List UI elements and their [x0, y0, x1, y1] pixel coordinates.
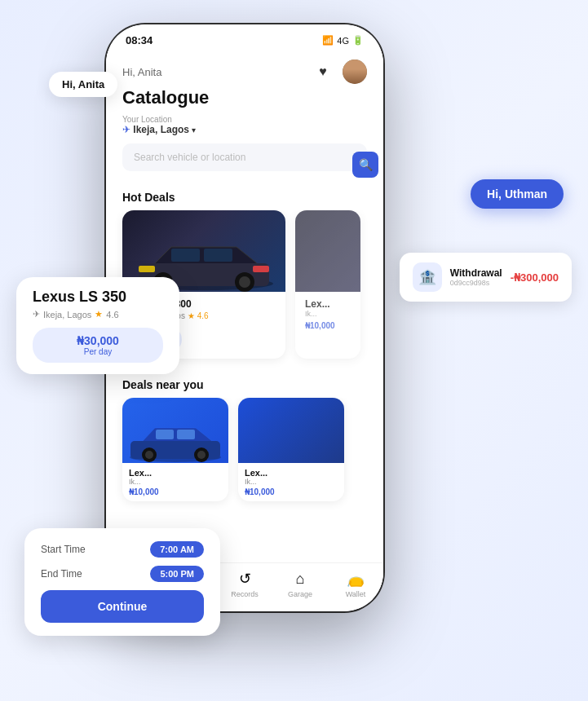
withdrawal-title: Withdrawal — [450, 267, 502, 279]
near-price-2: ₦10,000 — [245, 487, 338, 496]
near-card-img-2 — [238, 398, 344, 463]
status-time: 08:34 — [126, 34, 153, 46]
deal-stars-1: ★ 4.6 — [188, 311, 209, 320]
booking-end-time[interactable]: 5:00 PM — [150, 566, 204, 582]
svg-point-15 — [145, 451, 153, 459]
garage-label: Garage — [288, 590, 312, 598]
near-car-name-2: Lex... — [245, 468, 338, 478]
booking-end-label: End Time — [41, 568, 82, 580]
deal-card-body-2: Lex... Ik... ₦10,000 — [295, 292, 360, 337]
withdrawal-amount: -₦300,000 — [511, 271, 559, 284]
float-withdrawal-card: 🏦 Withdrawal 0d9cc9d98s -₦300,000 — [400, 253, 572, 302]
float-hi-anita-card: Hi, Anita — [49, 72, 117, 97]
header-icons: ♥ — [312, 60, 367, 84]
location-text: Ikeja, Lagos — [133, 124, 189, 135]
deal-price-2: ₦10,000 — [305, 321, 351, 330]
near-price-1: ₦10,000 — [129, 487, 222, 496]
garage-icon: ⌂ — [296, 571, 305, 588]
float-lexus-pin-icon: ✈ — [33, 309, 40, 320]
near-card-2[interactable]: Lex... Ik... ₦10,000 — [238, 398, 344, 501]
svg-point-17 — [197, 451, 206, 459]
status-bar: 08:34 📶 4G 🔋 — [106, 24, 383, 51]
svg-rect-3 — [204, 249, 232, 262]
nav-wallet[interactable]: 👝 Wallet — [328, 570, 383, 598]
float-lexus-price-value: ₦30,000 — [77, 334, 119, 347]
deal-car-name-2: Lex... — [305, 298, 351, 310]
withdrawal-subtitle: 0d9cc9d98s — [450, 279, 502, 287]
float-lexus-price: ₦30,000 Per day — [33, 328, 163, 363]
float-lexus-sub: ✈ Ikeja, Lagos ★ 4.6 — [33, 309, 163, 320]
near-card-1[interactable]: Lex... Ik... ₦10,000 — [122, 398, 228, 501]
avatar[interactable] — [343, 60, 367, 84]
booking-continue-button[interactable]: Continue — [41, 590, 204, 623]
withdrawal-icon: 🏦 — [413, 262, 442, 292]
float-lexus-card[interactable]: Lexus LS 350 ✈ Ikeja, Lagos ★ 4.6 ₦30,00… — [16, 277, 179, 374]
search-bar[interactable]: Search vehicle or location 🔍 — [122, 143, 367, 171]
booking-end-row: End Time 5:00 PM — [41, 566, 204, 582]
search-placeholder: Search vehicle or location — [134, 152, 356, 163]
deals-near-scroll[interactable]: Lex... Ik... ₦10,000 Lex... Ik — [106, 398, 383, 511]
deal-card-2[interactable]: Lex... Ik... ₦10,000 — [295, 210, 360, 359]
wallet-icon: 👝 — [347, 570, 365, 588]
near-card-body-2: Lex... Ik... ₦10,000 — [238, 463, 344, 501]
signal-icon: 📶 — [322, 35, 334, 46]
search-button[interactable]: 🔍 — [352, 152, 378, 178]
records-label: Records — [231, 590, 259, 598]
near-card-img-1 — [122, 398, 228, 463]
nav-garage[interactable]: ⌂ Garage — [272, 571, 328, 598]
battery-icon: 🔋 — [352, 35, 364, 46]
booking-start-row: Start Time 7:00 AM — [41, 541, 204, 558]
withdrawal-info: Withdrawal 0d9cc9d98s — [450, 267, 502, 287]
favorite-button[interactable]: ♥ — [312, 60, 334, 83]
float-lexus-price-per: Per day — [46, 347, 150, 356]
avatar-face — [343, 60, 367, 84]
float-booking-card[interactable]: Start Time 7:00 AM End Time 5:00 PM Cont… — [24, 528, 220, 636]
hot-deals-title: Hot Deals — [106, 181, 383, 210]
status-icons: 📶 4G 🔋 — [322, 35, 364, 46]
deal-loc-2: Ik... — [305, 310, 351, 318]
scene: 08:34 📶 4G 🔋 Hi, Anita ♥ — [0, 0, 588, 701]
deal-card-img-2 — [295, 210, 360, 292]
float-hi-uthman-card: Hi, Uthman — [471, 179, 564, 209]
chevron-down-icon: ▾ — [192, 126, 196, 134]
greeting-text: Hi, Anita — [122, 66, 161, 78]
near-loc-2: Ik... — [245, 478, 338, 486]
float-lexus-title: Lexus LS 350 — [33, 289, 163, 306]
float-lexus-location: Ikeja, Lagos — [43, 310, 91, 320]
float-lexus-rating: 4.6 — [106, 310, 118, 320]
float-hi-anita-text: Hi, Anita — [62, 78, 104, 90]
svg-rect-13 — [177, 430, 195, 439]
location-label: Your Location — [122, 115, 196, 124]
svg-point-7 — [239, 276, 250, 288]
nav-records[interactable]: ↺ Records — [217, 570, 272, 598]
svg-rect-12 — [156, 430, 174, 439]
network-label: 4G — [337, 36, 349, 46]
near-car-name-1: Lex... — [129, 468, 222, 478]
booking-start-label: Start Time — [41, 544, 86, 555]
near-loc-1: Ik... — [129, 478, 222, 486]
float-hi-uthman-text: Hi, Uthman — [487, 187, 547, 201]
page-title: Catalogue — [122, 87, 367, 108]
svg-rect-8 — [139, 266, 155, 272]
location-pin-icon: ✈ — [122, 124, 130, 135]
records-icon: ↺ — [239, 570, 251, 588]
location-row[interactable]: Your Location ✈ Ikeja, Lagos ▾ — [122, 115, 367, 135]
booking-start-time[interactable]: 7:00 AM — [150, 541, 204, 558]
app-header: Hi, Anita ♥ Catalogue Your Loc — [106, 51, 383, 181]
float-lexus-star-icon: ★ — [95, 309, 103, 320]
svg-rect-9 — [253, 266, 269, 272]
near-card-body-1: Lex... Ik... ₦10,000 — [122, 463, 228, 501]
svg-rect-2 — [171, 249, 200, 262]
wallet-label: Wallet — [346, 590, 366, 598]
